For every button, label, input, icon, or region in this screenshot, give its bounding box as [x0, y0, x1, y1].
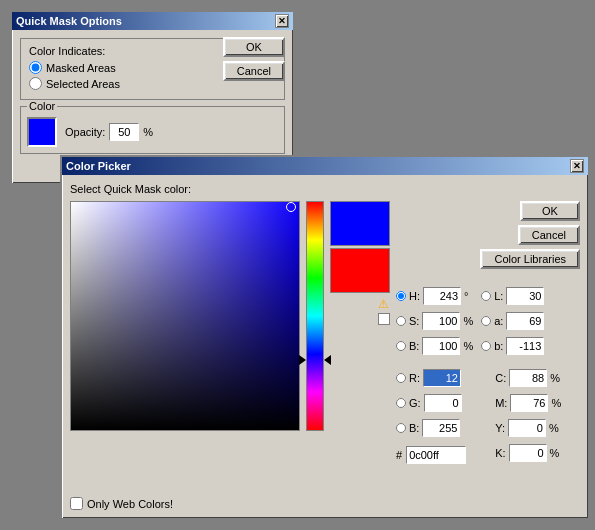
selected-areas-label: Selected Areas [46, 78, 120, 90]
new-color-preview [330, 201, 390, 246]
saturation-radio[interactable] [396, 316, 406, 326]
b-lab-radio[interactable] [481, 341, 491, 351]
green-input[interactable] [424, 394, 462, 412]
c-input[interactable] [509, 369, 547, 387]
warning-icons: ⚠ [330, 297, 390, 325]
green-label: G: [409, 397, 421, 409]
a-input[interactable] [506, 312, 544, 330]
quick-mask-buttons: OK Cancel [223, 37, 285, 81]
b-field-row: b: [481, 335, 561, 357]
color-swatch[interactable] [27, 117, 57, 147]
gradient-inner [71, 202, 299, 430]
quick-mask-cancel-button[interactable]: Cancel [223, 61, 285, 81]
l-input[interactable] [506, 287, 544, 305]
blue-field-row: B: [396, 417, 473, 439]
cp-main-area: ⚠ OK Cancel Color Libraries [70, 201, 580, 491]
saturation-unit: % [463, 315, 473, 327]
cp-ok-button[interactable]: OK [520, 201, 580, 221]
hue-radio[interactable] [396, 291, 406, 301]
a-label: a: [494, 315, 503, 327]
opacity-label: Opacity: [65, 126, 105, 138]
quick-mask-title: Quick Mask Options [16, 15, 122, 27]
hsb-rgb-fields: H: ° S: % [396, 285, 473, 464]
hue-arrow-right [324, 355, 331, 365]
color-picker-close-button[interactable]: ✕ [570, 159, 584, 173]
quick-mask-ok-button[interactable]: OK [223, 37, 285, 57]
hex-label: # [396, 449, 402, 461]
l-field-row: L: [481, 285, 561, 307]
cp-right-panel: OK Cancel Color Libraries H: ° [396, 201, 580, 491]
hue-unit: ° [464, 290, 468, 302]
color-preview-column: ⚠ [330, 201, 390, 491]
k-label: K: [495, 447, 505, 459]
m-unit: % [551, 397, 561, 409]
red-radio[interactable] [396, 373, 406, 383]
m-field-row: M: % [481, 392, 561, 414]
color-group-label: Color [27, 100, 57, 112]
y-input[interactable] [508, 419, 546, 437]
k-input[interactable] [509, 444, 547, 462]
blue-label: B: [409, 422, 419, 434]
hex-input[interactable] [406, 446, 466, 464]
opacity-row: Opacity: % [65, 123, 153, 141]
l-radio[interactable] [481, 291, 491, 301]
y-unit: % [549, 422, 559, 434]
y-field-row: Y: % [481, 417, 561, 439]
m-label: M: [495, 397, 507, 409]
web-colors-label: Only Web Colors! [87, 498, 173, 510]
opacity-unit: % [143, 126, 153, 138]
c-unit: % [550, 372, 560, 384]
select-color-label: Select Quick Mask color: [70, 183, 580, 195]
gradient-field[interactable] [70, 201, 300, 431]
k-unit: % [550, 447, 560, 459]
gamut-warning-icon[interactable]: ⚠ [376, 297, 390, 311]
blue-radio[interactable] [396, 423, 406, 433]
cp-cancel-button[interactable]: Cancel [518, 225, 580, 245]
color-picker-window: Color Picker ✕ Select Quick Mask color: [60, 155, 590, 520]
a-radio[interactable] [481, 316, 491, 326]
web-colors-checkbox[interactable] [70, 497, 83, 510]
hue-arrow-left [299, 355, 306, 365]
masked-areas-label: Masked Areas [46, 62, 116, 74]
opacity-input[interactable] [109, 123, 139, 141]
hue-field-row: H: ° [396, 285, 473, 307]
quick-mask-title-bar: Quick Mask Options ✕ [12, 12, 293, 30]
c-label: C: [495, 372, 506, 384]
color-row: Opacity: % [27, 117, 278, 147]
red-field-row: R: [396, 367, 473, 389]
m-input[interactable] [510, 394, 548, 412]
cp-libraries-button[interactable]: Color Libraries [480, 249, 580, 269]
web-color-cube-icon[interactable] [378, 313, 390, 325]
red-input[interactable] [423, 369, 461, 387]
hue-slider[interactable] [306, 201, 324, 431]
old-color-preview [330, 248, 390, 293]
blue-input[interactable] [422, 419, 460, 437]
hue-slider-column [306, 201, 324, 491]
brightness-radio[interactable] [396, 341, 406, 351]
green-field-row: G: [396, 392, 473, 414]
green-radio[interactable] [396, 398, 406, 408]
hue-label: H: [409, 290, 420, 302]
quick-mask-close-button[interactable]: ✕ [275, 14, 289, 28]
k-field-row: K: % [481, 442, 561, 464]
color-picker-title-bar: Color Picker ✕ [62, 157, 588, 175]
saturation-label: S: [409, 315, 419, 327]
web-colors-row: Only Web Colors! [70, 497, 580, 510]
red-label: R: [409, 372, 420, 384]
color-fields: H: ° S: % [396, 285, 580, 464]
l-label: L: [494, 290, 503, 302]
saturation-input[interactable] [422, 312, 460, 330]
masked-areas-radio[interactable] [29, 61, 42, 74]
selected-areas-radio[interactable] [29, 77, 42, 90]
brightness-input[interactable] [422, 337, 460, 355]
hue-input[interactable] [423, 287, 461, 305]
y-label: Y: [495, 422, 505, 434]
brightness-unit: % [463, 340, 473, 352]
brightness-field-row: B: % [396, 335, 473, 357]
b-lab-input[interactable] [506, 337, 544, 355]
cp-button-group: OK Cancel Color Libraries [396, 201, 580, 269]
a-field-row: a: [481, 310, 561, 332]
lab-cmyk-fields: L: a: b: [481, 285, 561, 464]
saturation-field-row: S: % [396, 310, 473, 332]
color-picker-title: Color Picker [66, 160, 131, 172]
